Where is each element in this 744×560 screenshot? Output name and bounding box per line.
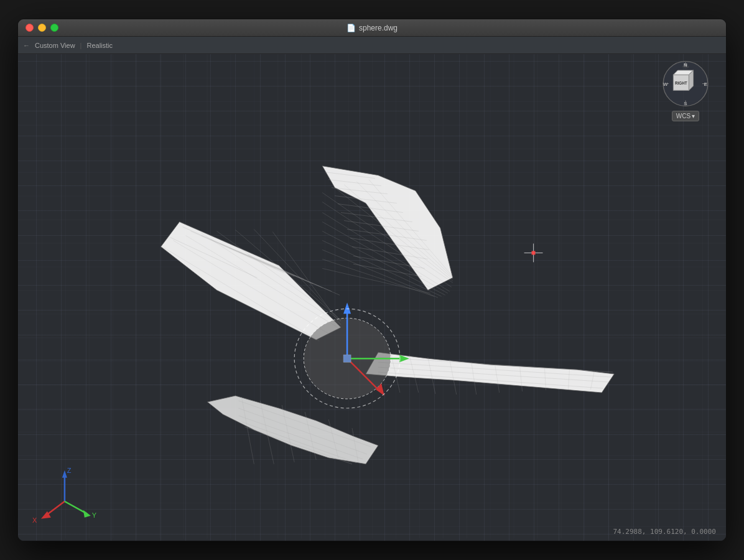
viewport[interactable]: Z X Y S E <box>18 54 726 541</box>
coord-values: 74.2988, 109.6120, 0.0000 <box>613 528 716 536</box>
nav-back-arrow[interactable]: ← <box>23 42 30 49</box>
viewport-canvas: Z X Y <box>18 54 726 539</box>
custom-view-label[interactable]: Custom View <box>35 42 75 49</box>
render-mode-label[interactable]: Realistic <box>86 42 113 49</box>
compass-svg: S E W N RIGHT <box>658 59 713 108</box>
wcs-button[interactable]: WCS ▾ <box>672 111 699 121</box>
svg-text:TOP: TOP <box>682 65 689 69</box>
title-text: sphere.dwg <box>359 24 398 32</box>
svg-text:Y: Y <box>92 511 97 519</box>
svg-text:E: E <box>704 82 708 87</box>
close-button[interactable] <box>26 24 34 32</box>
svg-text:Z: Z <box>67 467 72 474</box>
coordinates-display: 74.2988, 109.6120, 0.0000 <box>613 528 716 536</box>
wcs-label: WCS <box>676 113 691 119</box>
maximize-button[interactable] <box>50 24 58 32</box>
svg-rect-81 <box>343 355 351 362</box>
svg-text:W: W <box>663 82 668 87</box>
svg-text:X: X <box>32 516 37 524</box>
toolbar: ← Custom View | Realistic <box>18 37 726 54</box>
wcs-dropdown-icon: ▾ <box>692 113 695 119</box>
main-window: 📄 sphere.dwg ← Custom View | Realistic <box>17 19 727 541</box>
file-icon: 📄 <box>346 24 356 32</box>
toolbar-separator: | <box>80 42 82 49</box>
window-title: 📄 sphere.dwg <box>346 24 398 32</box>
svg-text:RIGHT: RIGHT <box>675 81 687 85</box>
minimize-button[interactable] <box>38 24 46 32</box>
view-cube-container[interactable]: S E W N RIGHT <box>658 59 714 121</box>
traffic-lights <box>26 24 58 32</box>
svg-rect-0 <box>18 54 726 539</box>
svg-rect-85 <box>532 251 536 254</box>
titlebar: 📄 sphere.dwg <box>18 19 726 37</box>
